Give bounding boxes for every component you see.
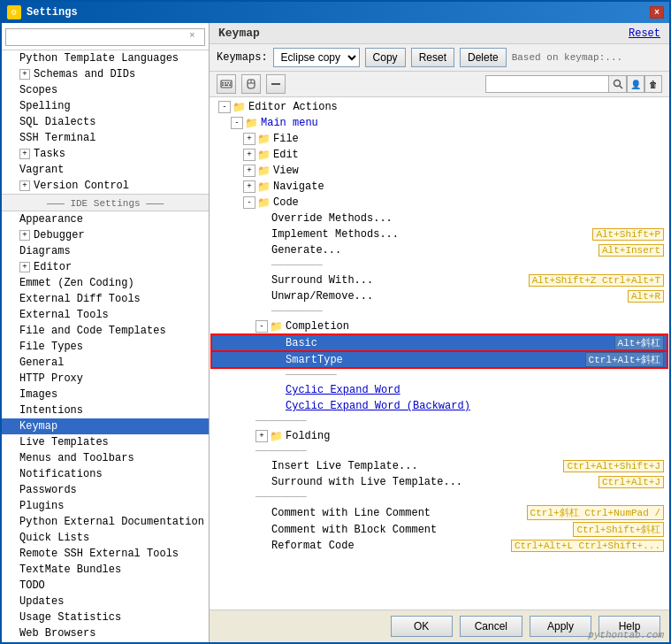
sidebar-item-web-browsers[interactable]: Web Browsers: [2, 625, 209, 641]
tree-item-edit[interactable]: + 📁 Edit: [211, 147, 667, 163]
sidebar-item-label: Usage Statistics: [19, 611, 121, 624]
sidebar-item-external-tools[interactable]: External Tools: [2, 307, 209, 323]
tree-item-view[interactable]: + 📁 View: [211, 163, 667, 179]
sidebar-search-clear[interactable]: ×: [189, 30, 195, 41]
reset-link[interactable]: Reset: [629, 27, 660, 40]
sidebar-item-notifications[interactable]: Notifications: [2, 466, 209, 482]
close-button[interactable]: ×: [650, 6, 664, 19]
tree-item-completion[interactable]: - 📁 Completion: [211, 318, 667, 334]
sidebar-item-keymap[interactable]: Keymap: [2, 418, 209, 434]
sidebar-item-menus-toolbars[interactable]: Menus and Toolbars: [2, 450, 209, 466]
tree-item-smarttype[interactable]: SmartType Ctrl+Alt+斜杠: [211, 351, 667, 368]
sidebar-item-appearance[interactable]: Appearance: [2, 211, 209, 227]
tree-item-comment-line[interactable]: Comment with Line Comment Ctrl+斜杠 Ctrl+N…: [211, 504, 667, 521]
expand-code[interactable]: -: [243, 196, 255, 209]
sidebar-item-usage-statistics[interactable]: Usage Statistics: [2, 610, 209, 625]
tree-item-file[interactable]: + 📁 File: [211, 131, 667, 147]
sidebar-item-editor[interactable]: + Editor: [2, 259, 209, 275]
folder-icon-folding: 📁: [270, 430, 283, 443]
tree-item-cyclic-expand-word[interactable]: Cyclic Expand Word: [211, 382, 667, 398]
tree-label: Unwrap/Remove...: [271, 290, 628, 303]
tree-item-navigate[interactable]: + 📁 Navigate: [211, 179, 667, 195]
keymap-search-input[interactable]: [485, 75, 609, 93]
sidebar-item-plugins[interactable]: Plugins: [2, 498, 209, 514]
sidebar-item-tasks[interactable]: + Tasks: [2, 146, 209, 162]
tree-item-cyclic-expand-word-backward[interactable]: Cyclic Expand Word (Backward): [211, 398, 667, 414]
sidebar-item-http-proxy[interactable]: HTTP Proxy: [2, 371, 209, 387]
delete-button[interactable]: Delete: [460, 48, 507, 67]
cancel-button[interactable]: Cancel: [460, 616, 522, 637]
sidebar-item-ssh-terminal[interactable]: SSH Terminal: [2, 130, 209, 146]
sidebar-search-input[interactable]: [5, 28, 205, 46]
sidebar-item-debugger[interactable]: + Debugger: [2, 227, 209, 243]
sidebar-item-version-control[interactable]: + Version Control: [2, 178, 209, 194]
apply-button[interactable]: Apply: [530, 616, 591, 637]
sidebar-item-passwords[interactable]: Passwords: [2, 482, 209, 498]
sidebar-item-schemas-and-dids[interactable]: + Schemas and DIDs: [2, 66, 209, 82]
sidebar-item-images[interactable]: Images: [2, 387, 209, 402]
expand-view[interactable]: +: [243, 165, 255, 177]
tree-item-insert-live-template[interactable]: Insert Live Template... Ctrl+Alt+Shift+J: [211, 458, 667, 474]
sidebar-item-todo[interactable]: TODO: [2, 578, 209, 594]
expand-file[interactable]: +: [243, 133, 255, 145]
sidebar-item-file-and-code-templates[interactable]: File and Code Templates: [2, 323, 209, 339]
tree-item-code[interactable]: - 📁 Code: [211, 195, 667, 211]
tree-item-unwrap[interactable]: Unwrap/Remove... Alt+R: [211, 288, 667, 304]
copy-button[interactable]: Copy: [365, 48, 406, 67]
sidebar-item-intentions[interactable]: Intentions: [2, 402, 209, 418]
expand-edit[interactable]: +: [243, 149, 255, 161]
expand-folding[interactable]: +: [255, 430, 268, 442]
shortcut-basic: Alt+斜杠: [614, 335, 664, 350]
user-icon-btn[interactable]: 👤: [627, 75, 644, 93]
expand-completion[interactable]: -: [255, 320, 268, 333]
keymap-select[interactable]: Eclipse copy: [273, 48, 360, 67]
sidebar-item-vagrant[interactable]: Vagrant: [2, 162, 209, 178]
sidebar-item-scopes[interactable]: Scopes: [2, 82, 209, 98]
trash-icon: 🗑: [649, 80, 658, 89]
sidebar-item-remote-ssh-external-tools[interactable]: Remote SSH External Tools: [2, 546, 209, 562]
sidebar-item-file-types[interactable]: File Types: [2, 339, 209, 355]
sidebar-item-general[interactable]: General: [2, 355, 209, 371]
folder-icon-edit: 📁: [257, 149, 271, 162]
sidebar-item-sql-dialects[interactable]: SQL Dialects: [2, 114, 209, 130]
tree-label-view: View: [273, 165, 664, 177]
reset-button[interactable]: Reset: [411, 48, 454, 67]
tree-item-main-menu[interactable]: - 📁 Main menu: [211, 115, 667, 131]
tree-item-surround-with[interactable]: Surround With... Alt+Shift+Z Ctrl+Alt+T: [211, 272, 667, 288]
sidebar-item-python-external-docs[interactable]: Python External Documentation: [2, 514, 209, 530]
tree-item-generate[interactable]: Generate... Alt+Insert: [211, 242, 667, 258]
tree-item-comment-block[interactable]: Comment with Block Comment Ctrl+Shift+斜杠: [211, 521, 667, 538]
sidebar-item-external-diff-tools[interactable]: External Diff Tools: [2, 291, 209, 307]
expand-editor-actions[interactable]: -: [218, 101, 231, 113]
tree-separator-2: ————————: [211, 304, 667, 318]
tree-item-basic[interactable]: Basic Alt+斜杠: [211, 334, 667, 351]
sidebar-item-updates[interactable]: Updates: [2, 594, 209, 610]
tree-item-surround-live-template[interactable]: Surround with Live Template... Ctrl+Alt+…: [211, 474, 667, 490]
expand-navigate[interactable]: +: [243, 180, 255, 193]
sidebar-item-diagrams[interactable]: Diagrams: [2, 243, 209, 259]
expand-main-menu[interactable]: -: [231, 117, 243, 129]
sidebar-item-live-templates[interactable]: Live Templates: [2, 434, 209, 450]
remove-shortcut-btn[interactable]: [266, 74, 286, 94]
add-mouse-shortcut-btn[interactable]: [241, 74, 261, 94]
trash-icon-btn[interactable]: 🗑: [644, 75, 662, 93]
svg-rect-4: [230, 82, 231, 84]
svg-rect-5: [222, 85, 224, 87]
tree-item-folding[interactable]: + 📁 Folding: [211, 428, 667, 444]
sidebar-item-emmet[interactable]: Emmet (Zen Coding): [2, 275, 209, 291]
expand-icon: +: [19, 149, 30, 159]
keymap-tree[interactable]: - 📁 Editor Actions - 📁 Main menu + 📁 Fi: [210, 97, 669, 610]
sidebar-item-spelling[interactable]: Spelling: [2, 98, 209, 114]
sidebar-item-quick-lists[interactable]: Quick Lists: [2, 530, 209, 546]
sidebar-item-textmate-bundles[interactable]: TextMate Bundles: [2, 562, 209, 578]
search-button[interactable]: [609, 75, 627, 93]
tree-item-reformat-code[interactable]: Reformat Code Ctrl+Alt+L Ctrl+Shift+...: [211, 538, 667, 554]
svg-rect-3: [227, 82, 229, 84]
add-keyboard-shortcut-btn[interactable]: [217, 74, 236, 94]
sidebar-item-python-template-languages[interactable]: Python Template Languages: [2, 50, 209, 66]
sidebar-item-label: External Diff Tools: [19, 293, 141, 305]
tree-item-editor-actions[interactable]: - 📁 Editor Actions: [211, 99, 667, 115]
tree-item-override-methods[interactable]: Override Methods...: [211, 211, 667, 226]
ok-button[interactable]: OK: [391, 616, 453, 637]
tree-item-implement-methods[interactable]: Implement Methods... Alt+Shift+P: [211, 226, 667, 242]
